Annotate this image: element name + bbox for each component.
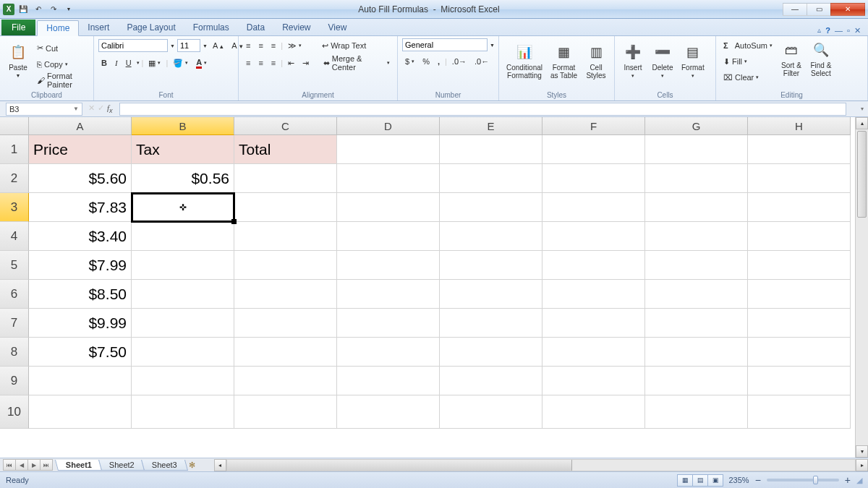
workbook-minimize-icon[interactable]: — <box>835 26 843 35</box>
view-normal-button[interactable]: ▦ <box>677 474 693 487</box>
cell-g2[interactable] <box>645 164 748 193</box>
cell-d9[interactable] <box>337 367 440 395</box>
tab-home[interactable]: Home <box>37 20 79 36</box>
cell-e10[interactable] <box>440 395 542 429</box>
insert-cells-button[interactable]: ➕Insert▾ <box>619 40 647 88</box>
cell-c3[interactable] <box>234 193 337 222</box>
cell-g3[interactable] <box>645 193 748 222</box>
cell-a7[interactable]: $9.99 <box>29 309 132 338</box>
cell-c1[interactable]: Total <box>234 135 337 164</box>
borders-button[interactable]: ▦▾ <box>145 56 163 70</box>
formula-bar[interactable] <box>119 103 846 116</box>
cell-d2[interactable] <box>337 164 440 193</box>
tab-page-layout[interactable]: Page Layout <box>118 20 184 35</box>
comma-format-button[interactable]: , <box>435 54 443 69</box>
underline-button[interactable]: U <box>123 56 135 70</box>
help-icon[interactable]: ? <box>825 26 830 35</box>
workbook-close-icon[interactable]: ✕ <box>854 26 861 35</box>
col-header-g[interactable]: G <box>645 117 748 135</box>
align-left-button[interactable]: ≡ <box>243 56 253 70</box>
autosum-button[interactable]: Σ AutoSum▾ <box>720 38 775 53</box>
row-header-6[interactable]: 6 <box>0 280 29 309</box>
cell-b2[interactable]: $0.56 <box>132 164 234 193</box>
scroll-thumb-horizontal[interactable] <box>227 460 572 471</box>
qat-undo-icon[interactable]: ↶ <box>32 3 45 16</box>
cell-b7[interactable] <box>132 309 234 338</box>
cell-h10[interactable] <box>748 395 851 429</box>
row-header-4[interactable]: 4 <box>0 222 29 251</box>
tab-insert[interactable]: Insert <box>79 20 118 35</box>
cell-a2[interactable]: $5.60 <box>29 164 132 193</box>
cell-a6[interactable]: $8.50 <box>29 280 132 309</box>
vertical-scrollbar[interactable]: ▴ ▾ <box>855 117 868 458</box>
cell-a1[interactable]: Price <box>29 135 132 164</box>
cell-c4[interactable] <box>234 222 337 251</box>
select-all-corner[interactable] <box>0 117 29 135</box>
fill-color-button[interactable]: 🪣▾ <box>170 56 191 70</box>
conditional-formatting-button[interactable]: 📊Conditional Formatting <box>503 40 545 88</box>
align-middle-button[interactable]: ≡ <box>255 38 265 53</box>
fx-icon[interactable]: fx <box>107 103 115 114</box>
decrease-indent-button[interactable]: ⇤ <box>285 56 297 70</box>
align-center-button[interactable]: ≡ <box>255 56 265 70</box>
cut-button[interactable]: ✂Cut <box>34 41 89 56</box>
cell-h3[interactable] <box>748 193 851 222</box>
row-header-8[interactable]: 8 <box>0 338 29 367</box>
cell-c8[interactable] <box>234 338 337 367</box>
align-bottom-button[interactable]: ≡ <box>268 38 278 53</box>
qat-save-icon[interactable]: 💾 <box>17 3 30 16</box>
qat-redo-icon[interactable]: ↷ <box>47 3 60 16</box>
file-tab[interactable]: File <box>1 20 35 35</box>
cell-h1[interactable] <box>748 135 851 164</box>
cell-f9[interactable] <box>542 367 645 395</box>
cell-b10[interactable] <box>132 395 234 429</box>
maximize-button[interactable]: ▭ <box>807 3 831 16</box>
sheet-tab-3[interactable]: Sheet3 <box>141 460 188 471</box>
row-header-3[interactable]: 3 <box>0 193 29 222</box>
format-cells-button[interactable]: ▤Format▾ <box>678 40 707 88</box>
first-sheet-button[interactable]: ⏮ <box>3 459 16 471</box>
cell-grid[interactable]: Price Tax Total $5.60 $0.56 $7.83 ✜ <box>29 135 855 429</box>
cell-h4[interactable] <box>748 222 851 251</box>
cell-e6[interactable] <box>440 280 542 309</box>
col-header-f[interactable]: F <box>542 117 645 135</box>
prev-sheet-button[interactable]: ◀ <box>15 459 28 471</box>
cell-b3[interactable]: ✜ <box>132 193 234 222</box>
cell-f6[interactable] <box>542 280 645 309</box>
enter-formula-icon[interactable]: ✓ <box>98 103 104 114</box>
grow-font-button[interactable]: A▴ <box>210 38 226 53</box>
cell-f10[interactable] <box>542 395 645 429</box>
sheet-tab-2[interactable]: Sheet2 <box>98 460 145 471</box>
cell-d10[interactable] <box>337 395 440 429</box>
cell-g4[interactable] <box>645 222 748 251</box>
col-header-e[interactable]: E <box>440 117 542 135</box>
merge-center-button[interactable]: ⬌Merge & Center▾ <box>320 56 393 70</box>
cell-h7[interactable] <box>748 309 851 338</box>
cell-d3[interactable] <box>337 193 440 222</box>
cell-h5[interactable] <box>748 251 851 280</box>
cell-c7[interactable] <box>234 309 337 338</box>
col-header-b[interactable]: B <box>132 117 234 135</box>
cell-c2[interactable] <box>234 164 337 193</box>
cell-a4[interactable]: $3.40 <box>29 222 132 251</box>
cell-g10[interactable] <box>645 395 748 429</box>
cell-g8[interactable] <box>645 338 748 367</box>
cell-d7[interactable] <box>337 309 440 338</box>
find-select-button[interactable]: 🔍Find & Select <box>807 38 835 86</box>
bold-button[interactable]: B <box>98 56 110 70</box>
accounting-format-button[interactable]: $▾ <box>402 54 417 69</box>
close-button[interactable]: ✕ <box>830 3 865 16</box>
zoom-in-button[interactable]: + <box>845 474 851 486</box>
zoom-out-button[interactable]: − <box>755 474 761 486</box>
number-format-select[interactable] <box>402 38 488 51</box>
scroll-up-button[interactable]: ▴ <box>856 117 868 129</box>
minimize-ribbon-icon[interactable]: ▵ <box>817 26 821 35</box>
row-header-10[interactable]: 10 <box>0 395 29 429</box>
zoom-slider[interactable] <box>767 479 839 481</box>
cell-styles-button[interactable]: ▥Cell Styles <box>582 40 610 88</box>
scroll-thumb-vertical[interactable] <box>857 131 867 218</box>
cell-f3[interactable] <box>542 193 645 222</box>
chevron-down-icon[interactable]: ▼ <box>73 106 79 112</box>
last-sheet-button[interactable]: ⏭ <box>40 459 53 471</box>
scroll-right-button[interactable]: ▸ <box>856 459 868 471</box>
